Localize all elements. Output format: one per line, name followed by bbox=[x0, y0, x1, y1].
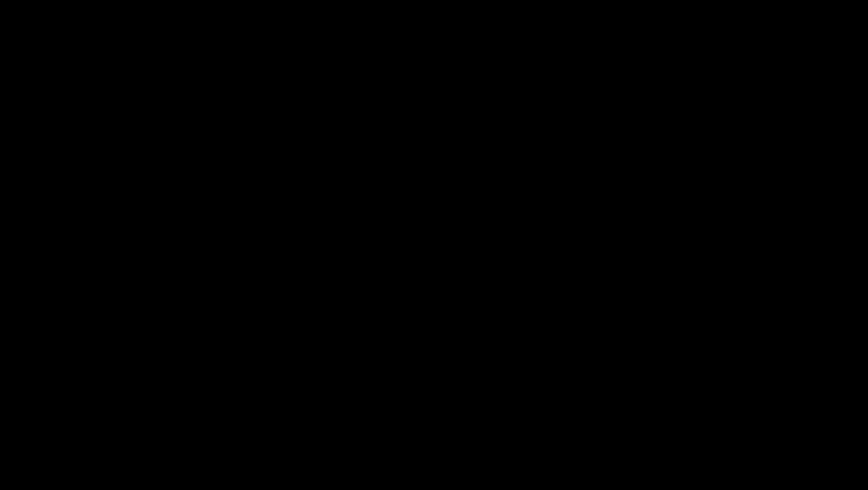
chart-container bbox=[0, 0, 868, 490]
chart-canvas bbox=[0, 0, 191, 96]
